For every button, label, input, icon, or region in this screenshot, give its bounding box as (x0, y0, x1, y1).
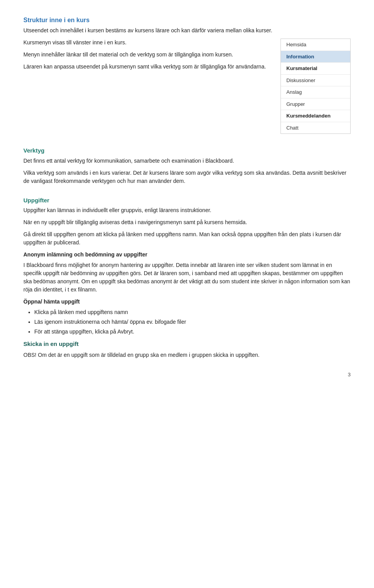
page-number: 3 (23, 371, 351, 379)
intro-text: Kursmenyn visas till vänster inne i en k… (23, 39, 269, 134)
anonym-p1: I Blackboard finns möjlighet för anonym … (23, 261, 351, 294)
anonym-block: Anonym inlämning och bedömning av uppgif… (23, 251, 351, 294)
menu-item-1: Information (281, 51, 350, 63)
course-menu-box: HemsidaInformationKursmaterialDiskussion… (280, 39, 351, 134)
uppgifter-title: Uppgifter (23, 196, 351, 205)
uppgifter-p1: Uppgifter kan lämnas in individuellt ell… (23, 206, 351, 214)
anonym-heading: Anonym inlämning och bedömning av uppgif… (23, 251, 351, 259)
structure-intro: Utseendet och innehållet i kursen bestäm… (23, 26, 351, 35)
skicka-p1: OBS! Om det är en uppgift som är tilldel… (23, 351, 351, 359)
menu-item-2: Kursmaterial (281, 63, 350, 75)
oppna-bullet-last: För att stänga uppgiften, klicka på Avbr… (34, 328, 351, 336)
verktyg-p2: Vilka verktyg som används i en kurs vari… (23, 169, 351, 185)
oppna-heading: Öppna/ hämta uppgift (23, 298, 351, 306)
menu-item-6: Kursmeddelanden (281, 110, 350, 122)
menu-item-5: Grupper (281, 98, 350, 111)
verktyg-section: Verktyg Det finns ett antal verktyg för … (23, 146, 351, 185)
oppna-bullet-2: Läs igenom instruktionerna och hämta/ öp… (34, 318, 351, 326)
menu-item-7: Chatt (281, 122, 350, 134)
verktyg-p1: Det finns ett antal verktyg för kommunik… (23, 157, 351, 165)
structure-title: Struktur inne i en kurs (23, 16, 351, 25)
intro-section: Kursmenyn visas till vänster inne i en k… (23, 39, 351, 134)
skicka-block: Skicka in en uppgift OBS! Om det är en u… (23, 340, 351, 359)
menu-desc-2: Menyn innehåller länkar till det materia… (23, 51, 269, 59)
uppgifter-p2: När en ny uppgift blir tillgänglig avise… (23, 218, 351, 226)
menu-desc-3: Läraren kan anpassa utseendet på kursmen… (23, 63, 269, 71)
skicka-title: Skicka in en uppgift (23, 340, 351, 349)
menu-item-0: Hemsida (281, 39, 350, 51)
oppna-list: Klicka på länken med uppgiftens namn Läs… (34, 308, 351, 336)
verktyg-title: Verktyg (23, 146, 351, 155)
uppgifter-p3: Gå direkt till uppgiften genom att klick… (23, 230, 351, 247)
menu-item-4: Anslag (281, 86, 350, 98)
structure-section: Struktur inne i en kurs Utseendet och in… (23, 16, 351, 134)
menu-desc-1: Kursmenyn visas till vänster inne i en k… (23, 39, 269, 47)
menu-item-3: Diskussioner (281, 75, 350, 87)
uppgifter-section: Uppgifter Uppgifter kan lämnas in indivi… (23, 196, 351, 359)
oppna-bullet-1: Klicka på länken med uppgiftens namn (34, 308, 351, 316)
oppna-block: Öppna/ hämta uppgift Klicka på länken me… (23, 298, 351, 336)
